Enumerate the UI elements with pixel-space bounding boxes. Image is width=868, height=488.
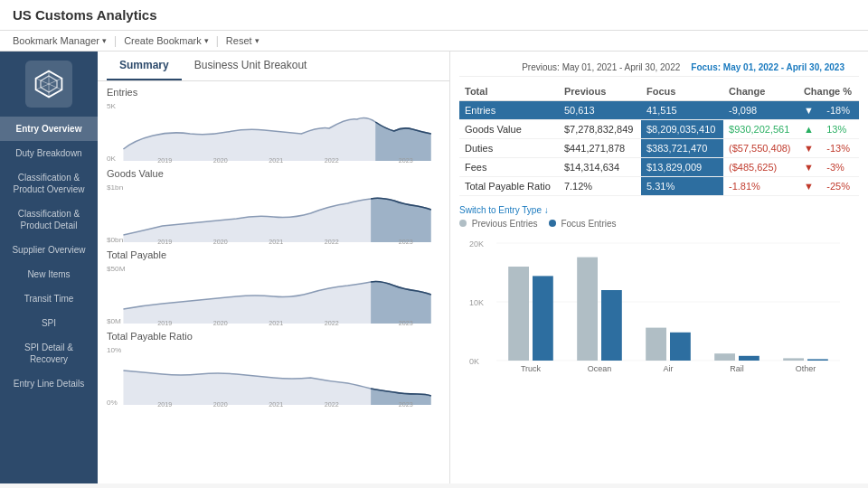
metric-label: Fees [459, 158, 559, 177]
change-pct: 13% [821, 120, 859, 139]
previous-value: $441,271,878 [559, 139, 641, 158]
focus-value: $13,829,009 [641, 158, 723, 177]
table-row: Goods Value $7,278,832,849 $8,209,035,41… [459, 120, 859, 139]
summary-table: Total Previous Focus Change Change % Ent… [459, 82, 859, 196]
sidebar-item-supplier-overview[interactable]: Supplier Overview [0, 238, 98, 262]
svg-text:2020: 2020 [213, 239, 228, 246]
sidebar-item-spi[interactable]: SPI [0, 311, 98, 335]
change-value: ($57,550,408) [723, 139, 798, 158]
toolbar-divider: | [114, 34, 117, 47]
svg-text:Rail: Rail [730, 364, 744, 373]
svg-text:Ocean: Ocean [588, 364, 612, 373]
trend-arrow: ▼ [798, 101, 821, 120]
svg-text:2023: 2023 [399, 401, 413, 408]
create-bookmark-label: Create Bookmark [124, 35, 202, 46]
legend-previous: Previous Entries [459, 219, 538, 229]
svg-text:2021: 2021 [269, 401, 283, 408]
svg-rect-52 [807, 359, 828, 361]
col-change-pct: Change % [798, 82, 859, 101]
reset-button[interactable]: Reset ▾ [226, 35, 259, 46]
sidebar-item-spi-detail[interactable]: SPI Detail & Recovery [0, 335, 98, 371]
sidebar: Entry Overview Duty Breakdown Classifica… [0, 52, 98, 483]
sidebar-logo [25, 61, 72, 108]
reset-label: Reset [226, 35, 252, 46]
toolbar: Bookmark Manager ▾ | Create Bookmark ▾ |… [0, 31, 868, 52]
trend-arrow: ▼ [798, 139, 821, 158]
change-pct: -13% [821, 139, 859, 158]
total-payable-chart-label: Total Payable [107, 249, 440, 260]
svg-rect-39 [508, 267, 529, 361]
trend-arrow: ▲ [798, 120, 821, 139]
previous-value: 50,613 [559, 101, 641, 120]
change-pct: -25% [821, 177, 859, 196]
svg-rect-40 [533, 276, 553, 361]
svg-text:2022: 2022 [325, 320, 339, 327]
svg-rect-46 [670, 333, 691, 361]
entries-chart-section: Entries 5K 0K [107, 87, 440, 164]
toolbar-divider2: | [216, 34, 219, 47]
change-pct: -3% [821, 158, 859, 177]
entry-type-label[interactable]: Switch to Entry Type ↓ [459, 205, 859, 215]
trend-arrow: ▼ [798, 158, 821, 177]
sidebar-item-class-product-overview[interactable]: Classification & Product Overview [0, 165, 98, 202]
content-inner: Summary Business Unit Breakout Entries 5… [98, 52, 868, 483]
metric-label: Entries [459, 101, 559, 120]
table-row: Entries 50,613 41,515 -9,098 ▼ -18% [459, 101, 859, 120]
col-focus: Focus [641, 82, 723, 101]
goods-value-chart-box: $1bn $0bn 2019 2020 2021 2022 2023 [107, 181, 440, 246]
sidebar-item-entry-line-details[interactable]: Entry Line Details [0, 371, 98, 396]
sidebar-item-duty-breakdown[interactable]: Duty Breakdown [0, 141, 98, 165]
table-row: Total Payable Ratio 7.12% 5.31% -1.81% ▼… [459, 177, 859, 196]
svg-text:10K: 10K [469, 298, 484, 307]
right-panel: Previous: May 01, 2021 - April 30, 2022 … [450, 52, 868, 483]
bookmark-manager-label: Bookmark Manager [13, 35, 99, 46]
svg-text:2023: 2023 [399, 239, 413, 246]
metric-label: Goods Value [459, 120, 559, 139]
svg-text:0K: 0K [107, 155, 117, 163]
previous-value: 7.12% [559, 177, 641, 196]
svg-text:20K: 20K [469, 239, 484, 249]
svg-text:2021: 2021 [269, 157, 283, 164]
metric-label: Duties [459, 139, 559, 158]
svg-text:2023: 2023 [399, 320, 413, 327]
table-row: Fees $14,314,634 $13,829,009 ($485,625) … [459, 158, 859, 177]
tabs-row: Summary Business Unit Breakout [98, 52, 449, 81]
focus-value: 5.31% [641, 177, 723, 196]
focus-value: 41,515 [641, 101, 723, 120]
previous-value: $14,314,634 [559, 158, 641, 177]
tab-summary[interactable]: Summary [107, 52, 182, 80]
top-bar: US Customs Analytics [0, 0, 868, 31]
col-total: Total [459, 82, 559, 101]
left-panel: Summary Business Unit Breakout Entries 5… [98, 52, 450, 483]
sidebar-item-transit-time[interactable]: Transit Time [0, 286, 98, 311]
total-payable-ratio-chart-box: 10% 0% 2019 2020 2021 2022 2023 [107, 343, 440, 408]
svg-text:$50M: $50M [107, 265, 126, 273]
svg-text:2021: 2021 [269, 320, 283, 327]
focus-value: $8,209,035,410 [641, 120, 723, 139]
sidebar-item-entry-overview[interactable]: Entry Overview [0, 117, 98, 141]
sidebar-item-new-items[interactable]: New Items [0, 262, 98, 286]
bookmark-manager-button[interactable]: Bookmark Manager ▾ [13, 35, 107, 46]
svg-text:2023: 2023 [399, 157, 413, 164]
svg-text:2019: 2019 [157, 157, 172, 164]
chevron-down-icon2: ▾ [204, 36, 209, 45]
svg-text:2019: 2019 [157, 239, 172, 246]
content: Summary Business Unit Breakout Entries 5… [98, 52, 868, 483]
entry-type-section: Switch to Entry Type ↓ Previous Entries … [459, 205, 859, 379]
tab-business-unit-breakout[interactable]: Business Unit Breakout [182, 52, 320, 80]
svg-text:2020: 2020 [213, 401, 228, 408]
change-value: -1.81% [723, 177, 798, 196]
change-value: $930,202,561 [723, 120, 798, 139]
metric-label: Total Payable Ratio [459, 177, 559, 196]
entries-chart-box: 5K 0K 2019 2020 [107, 99, 440, 164]
col-change: Change [723, 82, 798, 101]
create-bookmark-button[interactable]: Create Bookmark ▾ [124, 35, 209, 46]
legend-focus-dot [549, 220, 556, 227]
charts-area: Entries 5K 0K [98, 81, 449, 416]
svg-rect-48 [714, 353, 735, 361]
sidebar-item-class-product-detail[interactable]: Classification & Product Detail [0, 202, 98, 238]
change-value: -9,098 [723, 101, 798, 120]
previous-value: $7,278,832,849 [559, 120, 641, 139]
app-title: US Customs Analytics [13, 7, 157, 23]
svg-rect-43 [601, 290, 622, 361]
